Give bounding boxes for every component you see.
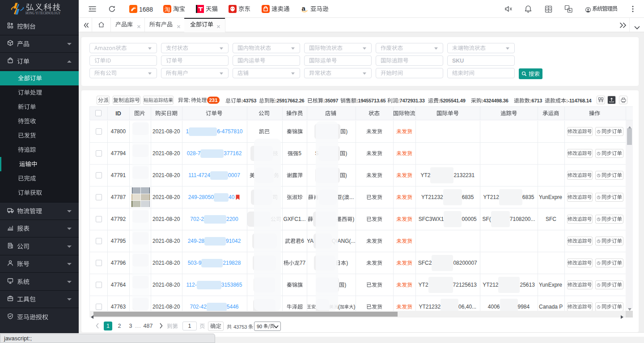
svg-text:a: a [301,5,305,12]
